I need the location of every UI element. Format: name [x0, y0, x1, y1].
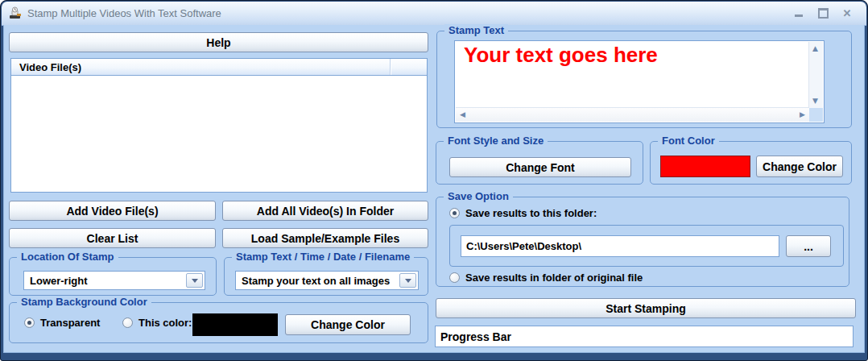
font-style-label: Font Style and Size: [444, 135, 548, 147]
horizontal-scrollbar[interactable]: ◀ ▶: [456, 107, 809, 122]
minimize-icon: [795, 15, 803, 17]
this-color-radio-label: This color:: [138, 317, 192, 329]
radio-button[interactable]: [122, 317, 133, 328]
titlebar[interactable]: Stamp Multiple Videos With Text Software…: [2, 2, 866, 26]
start-stamping-button[interactable]: Start Stamping: [436, 298, 856, 318]
progress-bar-label: Progress Bar: [440, 330, 511, 343]
browse-button[interactable]: ...: [786, 235, 831, 257]
change-font-button[interactable]: Change Font: [449, 157, 631, 177]
save-option-label: Save Option: [444, 190, 513, 202]
stamp-mode-label: Stamp Text / Time / Date / Filename: [232, 251, 414, 263]
folder-path-box: ...: [449, 225, 844, 267]
stamp-text-label: Stamp Text: [444, 24, 508, 36]
add-video-files-button[interactable]: Add Video File(s): [9, 201, 216, 221]
scroll-left-icon[interactable]: ◀: [460, 111, 465, 118]
radio-button-checked[interactable]: [24, 317, 35, 328]
minimize-button[interactable]: [792, 7, 805, 20]
scrollbar-corner: [809, 108, 823, 122]
help-button[interactable]: Help: [9, 32, 428, 52]
chevron-down-icon: [405, 279, 411, 283]
this-color-radio[interactable]: This color:: [122, 317, 192, 329]
add-all-videos-in-folder-button[interactable]: Add All Video(s) In Folder: [222, 201, 428, 221]
app-icon: [8, 6, 23, 21]
close-icon: ✕: [843, 8, 852, 19]
chevron-down-icon: [192, 279, 198, 283]
location-of-stamp-label: Location Of Stamp: [17, 251, 118, 263]
save-original-radio[interactable]: Save results in folder of original file: [449, 272, 643, 284]
background-color-swatch: [192, 313, 278, 336]
progress-bar: Progress Bar: [435, 326, 854, 347]
font-color-swatch: [660, 156, 750, 177]
location-of-stamp-value: Lower-right: [30, 275, 88, 287]
stamp-text-group: Stamp Text Your text goes here ▲ ▼ ◀ ▶: [436, 31, 852, 128]
stamp-background-color-label: Stamp Background Color: [17, 296, 151, 308]
scroll-right-icon[interactable]: ▶: [800, 111, 805, 118]
font-color-label: Font Color: [658, 135, 719, 147]
window-title: Stamp Multiple Videos With Text Software: [27, 7, 221, 19]
scroll-down-icon[interactable]: ▼: [812, 98, 818, 105]
save-to-folder-radio-label: Save results to this folder:: [465, 207, 597, 219]
video-file-list[interactable]: Video File(s): [10, 58, 428, 193]
radio-button[interactable]: [449, 272, 460, 283]
location-dropdown-button[interactable]: [186, 273, 203, 288]
radio-button-checked[interactable]: [449, 208, 460, 218]
video-file-list-header-label: Video File(s): [19, 61, 81, 73]
font-style-group: Font Style and Size Change Font: [436, 141, 643, 185]
save-to-folder-radio[interactable]: Save results to this folder:: [449, 207, 597, 219]
clear-list-button[interactable]: Clear List: [9, 228, 216, 248]
folder-path-input[interactable]: [461, 235, 779, 257]
transparent-radio-label: Transparent: [40, 317, 100, 329]
window-controls: ✕: [792, 7, 866, 20]
maximize-icon: [818, 8, 829, 19]
scroll-up-icon[interactable]: ▲: [812, 45, 818, 52]
stamp-text-value: Your text goes here: [464, 43, 658, 68]
stamp-mode-group: Stamp Text / Time / Date / Filename Stam…: [224, 257, 428, 296]
location-of-stamp-select[interactable]: Lower-right: [23, 271, 205, 290]
stamp-mode-dropdown-button[interactable]: [399, 273, 416, 288]
font-color-group: Font Color Change Color: [650, 141, 852, 185]
load-sample-files-button[interactable]: Load Sample/Example Files: [222, 228, 428, 248]
column-separator[interactable]: [390, 59, 391, 75]
location-of-stamp-group: Location Of Stamp Lower-right: [9, 257, 217, 296]
app-window: Stamp Multiple Videos With Text Software…: [0, 0, 868, 361]
stamp-mode-value: Stamp your text on all images: [242, 275, 390, 287]
video-file-list-header[interactable]: Video File(s): [11, 59, 427, 76]
vertical-scrollbar[interactable]: ▲ ▼: [808, 42, 823, 108]
save-option-group: Save Option Save results to this folder:…: [436, 197, 849, 287]
transparent-radio[interactable]: Transparent: [24, 317, 100, 329]
stamp-background-color-group: Stamp Background Color Transparent This …: [9, 302, 428, 343]
stamp-mode-select[interactable]: Stamp your text on all images: [235, 271, 419, 290]
maximize-button[interactable]: [816, 7, 829, 20]
background-change-color-button[interactable]: Change Color: [285, 314, 411, 335]
font-change-color-button[interactable]: Change Color: [756, 156, 843, 177]
save-original-radio-label: Save results in folder of original file: [465, 272, 643, 284]
close-button[interactable]: ✕: [841, 7, 854, 20]
stamp-text-input[interactable]: Your text goes here ▲ ▼ ◀ ▶: [454, 40, 825, 123]
